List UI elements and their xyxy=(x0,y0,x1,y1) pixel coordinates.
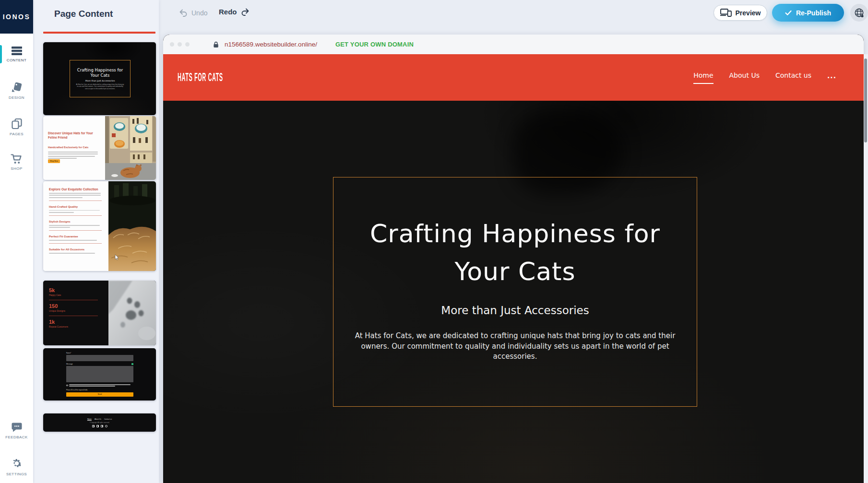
form-message-textarea xyxy=(66,366,133,382)
sidebar-item-pages[interactable]: PAGES xyxy=(0,118,33,136)
instagram-icon xyxy=(105,425,107,427)
check-icon xyxy=(785,10,792,16)
preview-scrollbar-thumb[interactable] xyxy=(864,59,867,142)
divider xyxy=(49,300,98,300)
discover-thumb-subheading: Handcrafted Exclusively for Cats xyxy=(48,146,88,149)
discover-thumb-heading: Discover Unique Hats for Your Feline Fri… xyxy=(48,131,99,140)
social-icons xyxy=(92,425,107,427)
hero-thumb-title: Crafting Happiness forYour Cats xyxy=(77,68,123,78)
street-cat-photo xyxy=(105,116,156,180)
site-nav: Home About Us Contact us ... xyxy=(693,71,836,84)
nav-about-us[interactable]: About Us xyxy=(729,71,760,84)
globe-icon xyxy=(854,8,864,18)
site-header: HATS FOR CATS Home About Us Contact us .… xyxy=(163,54,864,101)
sidebar-item-feedback[interactable]: FEEDBACK xyxy=(0,422,33,439)
divider xyxy=(49,200,102,201)
app-sidebar: IONOS CONTENT DESIGN PAGES SHOP xyxy=(0,0,33,483)
undo-button[interactable]: Undo xyxy=(178,9,207,17)
preview-scrollbar-track[interactable] xyxy=(864,54,868,483)
collection-heading: Hand-Crafted Quality xyxy=(49,205,103,208)
collection-heading: Stylish Designs xyxy=(49,220,103,223)
settings-icon xyxy=(11,457,23,470)
preview-label: Preview xyxy=(736,9,761,17)
site-preview-frame: n1566589.websitebuilder.online/ GET YOUR… xyxy=(163,35,864,483)
redo-label: Redo xyxy=(219,8,237,16)
republish-button[interactable]: Re-Publish xyxy=(772,4,844,22)
form-thumb-content: Name* Message Please fill in all the req… xyxy=(66,352,133,397)
stat-label: Happy Cats xyxy=(49,294,108,296)
form-name-input xyxy=(66,355,133,361)
hero-section[interactable]: Crafting Happiness forYour Cats More tha… xyxy=(163,101,864,483)
sidebar-item-content[interactable]: CONTENT xyxy=(0,46,33,62)
header-section-thumbnail[interactable] xyxy=(43,32,155,34)
pages-icon xyxy=(11,118,23,130)
divider xyxy=(49,215,102,216)
facebook-icon xyxy=(92,425,95,427)
site-brand[interactable]: HATS FOR CATS xyxy=(178,71,223,84)
design-icon xyxy=(11,82,23,93)
sidebar-item-label: PAGES xyxy=(10,132,24,136)
form-required-note: Please fill in all the required fields xyxy=(66,389,133,391)
sidebar-item-label: SHOP xyxy=(11,166,22,171)
collection-heading: Suitable for All Occasions xyxy=(49,248,103,251)
form-send-button: Send xyxy=(66,392,133,397)
form-name-label: Name* xyxy=(66,352,133,354)
undo-icon xyxy=(178,9,188,17)
browser-chrome: n1566589.websitebuilder.online/ GET YOUR… xyxy=(163,35,864,54)
collection-thumb-text-panel: Explore Our Exquisite Collection Hand-Cr… xyxy=(43,181,108,271)
devices-icon xyxy=(720,9,732,17)
sidebar-item-settings[interactable]: SETTINGS xyxy=(0,457,33,476)
content-icon xyxy=(11,46,23,56)
section-thumbnail-contact-form[interactable]: Name* Message Please fill in all the req… xyxy=(43,348,156,401)
stat-value: 150 xyxy=(49,303,108,309)
placeholder-text-lines xyxy=(48,152,98,160)
hero-thumb-subtitle: More than Just Accessories xyxy=(85,80,115,82)
hero-thumb-frame: Crafting Happiness forYour Cats More tha… xyxy=(70,60,131,97)
divider xyxy=(49,316,98,316)
panel-title: Page Content xyxy=(54,9,113,19)
republish-label: Re-Publish xyxy=(796,9,831,17)
sidebar-item-label: FEEDBACK xyxy=(5,435,27,439)
form-message-label: Message xyxy=(66,363,73,365)
mouse-cursor-icon xyxy=(115,255,119,260)
sidebar-item-design[interactable]: DESIGN xyxy=(0,82,33,100)
redo-button[interactable]: Redo xyxy=(219,8,250,16)
page-content-panel: Page Content Crafting Happiness forYour … xyxy=(33,0,159,483)
form-consent-checkbox xyxy=(66,384,133,388)
hero-body-text: At Hats for Cats, we are dedicated to cr… xyxy=(350,331,681,362)
lock-icon xyxy=(213,41,219,48)
get-domain-link[interactable]: GET YOUR OWN DOMAIN xyxy=(335,41,414,48)
sidebar-item-label: CONTENT xyxy=(7,58,26,62)
ionos-logo[interactable]: IONOS xyxy=(0,0,33,34)
divider xyxy=(49,230,102,231)
language-globe-button[interactable] xyxy=(850,4,868,22)
sidebar-item-label: DESIGN xyxy=(9,95,24,100)
nav-home[interactable]: Home xyxy=(693,71,713,84)
section-thumbnail-collection[interactable]: Explore Our Exquisite Collection Hand-Cr… xyxy=(43,181,156,271)
nav-more-button[interactable]: ... xyxy=(827,72,836,83)
stat-value: 1k xyxy=(49,319,108,325)
section-thumbnail-hero[interactable]: Crafting Happiness forYour Cats More tha… xyxy=(43,42,156,115)
section-thumbnail-stats[interactable]: 5k Happy Cats 150 Unique Designs 1k Repe… xyxy=(43,281,156,345)
feedback-icon xyxy=(11,422,23,433)
discover-thumb-shop-button: Shop Now xyxy=(48,159,60,163)
redo-icon xyxy=(241,8,250,16)
undo-label: Undo xyxy=(191,9,207,17)
collection-heading: Perfect Fit Guarantee xyxy=(49,235,103,238)
hero-title: Crafting Happiness forYour Cats xyxy=(370,215,660,291)
discover-thumb-text-panel: Discover Unique Hats for Your Feline Fri… xyxy=(43,116,105,180)
section-thumbnail-footer[interactable]: Home About Us Contact us ©Copyright. All… xyxy=(43,413,156,432)
linkedin-icon xyxy=(101,425,103,427)
sidebar-item-label: SETTINGS xyxy=(6,472,27,476)
hero-subtitle: More than Just Accessories xyxy=(441,304,589,317)
preview-button[interactable]: Preview xyxy=(713,5,767,21)
hero-text-block[interactable]: Crafting Happiness forYour Cats More tha… xyxy=(333,177,697,407)
nav-contact-us[interactable]: Contact us xyxy=(775,71,811,84)
section-thumbnail-discover[interactable]: Discover Unique Hats for Your Feline Fri… xyxy=(43,116,156,180)
image-upload-icon xyxy=(131,363,133,365)
footer-copyright: ©Copyright. All rights reserved. xyxy=(90,422,109,424)
window-dot xyxy=(170,42,174,47)
window-dot xyxy=(178,42,182,47)
sidebar-item-shop[interactable]: SHOP xyxy=(0,153,33,171)
site-url: n1566589.websitebuilder.online/ xyxy=(225,41,317,48)
